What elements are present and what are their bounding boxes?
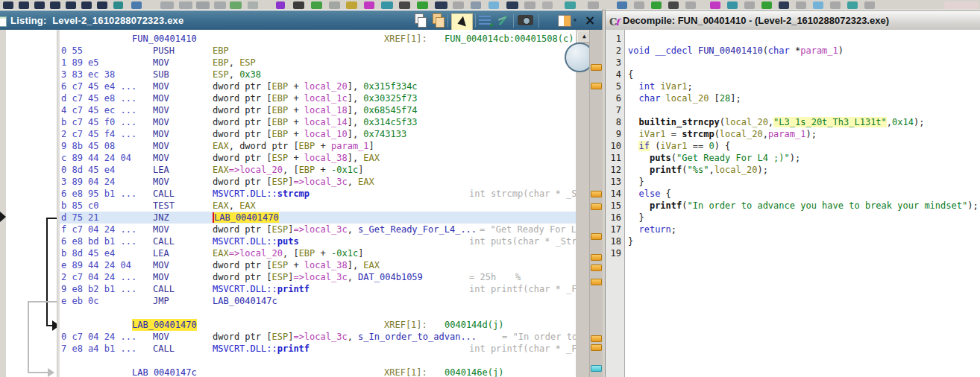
decompile-line[interactable]: void __cdecl FUN_00401410(char *param_1) <box>628 45 844 57</box>
listing-row[interactable]: b 85 c0TESTEAX, EAX <box>60 200 576 212</box>
listing-row[interactable]: 7 e8 a4 b1 ...CALLMSVCRT.DLL::printfint … <box>60 343 576 355</box>
listing-row[interactable]: 2 c7 45 f4 ...MOVdword ptr [EBP + local_… <box>60 128 576 140</box>
edit-fields-icon[interactable]: + <box>479 16 491 26</box>
cursor-location-toggle-icon[interactable] <box>451 13 473 31</box>
toolbar-icon-stub[interactable] <box>34 1 45 9</box>
listing-row[interactable]: 0 c7 04 24 ...MOVdword ptr [ESP]=>local_… <box>60 331 576 343</box>
listing-row[interactable]: e 89 44 24 04MOVdword ptr [ESP + local_3… <box>60 259 576 271</box>
bookmark-marker[interactable] <box>591 254 602 261</box>
toolbar-icon-stub[interactable] <box>19 1 29 9</box>
toolbar-icon-stub[interactable] <box>847 1 858 9</box>
listing-row[interactable]: b c7 45 f0 ...MOVdword ptr [EBP + local_… <box>60 116 576 128</box>
toolbar-icon-stub[interactable] <box>634 1 644 9</box>
bookmark-marker[interactable] <box>591 191 602 197</box>
listing-row[interactable]: 0 55PUSHEBP <box>60 45 576 57</box>
listing-row[interactable]: d 75 21JNZLAB_00401470 <box>60 212 576 224</box>
decompile-line[interactable]: puts("Get Ready For L4 ;)"); <box>628 152 800 164</box>
listing-row[interactable]: f c7 04 24 ...MOVdword ptr [ESP]=>local_… <box>60 224 576 235</box>
decompile-line[interactable]: } <box>628 176 644 188</box>
toolbar-icon-stub[interactable] <box>761 1 772 9</box>
listing-row[interactable]: 3 83 ec 38SUBESP, 0x38 <box>60 69 576 80</box>
listing-row[interactable]: c 89 44 24 04MOVdword ptr [ESP + local_3… <box>60 152 576 164</box>
bookmark-marker[interactable] <box>591 335 602 342</box>
decompile-title-bar[interactable]: Cf Decompile: FUN_00401410 - (Level-2_16… <box>606 10 980 31</box>
listing-row[interactable]: 9 8b 45 08MOVEAX, dword ptr [EBP + param… <box>60 140 576 152</box>
bookmark-marker[interactable] <box>591 279 602 285</box>
toolbar-icon-stub[interactable] <box>196 1 210 9</box>
toolbar-icon-stub[interactable] <box>364 1 374 9</box>
toolbar-icon-stub[interactable] <box>796 1 806 9</box>
listing-label-row[interactable]: FUN_00401410XREF[1]:FUN_004014cb:0040150… <box>60 33 576 45</box>
toolbar-icon-stub[interactable] <box>524 1 535 9</box>
decompile-content[interactable]: void __cdecl FUN_00401410(char *param_1)… <box>625 30 980 377</box>
toolbar-icon-stub[interactable] <box>160 1 174 9</box>
toolbar-icon-stub[interactable] <box>668 1 679 9</box>
decompile-line[interactable]: { <box>628 69 633 80</box>
decompile-line[interactable]: } <box>628 212 644 224</box>
decompile-line[interactable]: char local_20 [28]; <box>628 92 741 104</box>
toolbar-icon-stub[interactable] <box>435 1 447 9</box>
bookmark-marker[interactable] <box>591 233 602 240</box>
toolbar-icon-stub[interactable] <box>381 1 393 9</box>
diff-view-icon[interactable] <box>497 15 509 26</box>
toolbar-icon-stub[interactable] <box>542 1 553 9</box>
listing-row[interactable]: b 8d 45 e4LEAEAX=>local_20, [EBP + -0x1c… <box>60 247 576 259</box>
listing-row[interactable]: 1 89 e5MOVEBP, ESP <box>60 57 576 69</box>
toolbar-icon-stub[interactable] <box>131 1 142 9</box>
toolbar-icon-stub[interactable] <box>617 1 627 9</box>
listing-row[interactable]: d c7 45 e8 ...MOVdword ptr [EBP + local_… <box>60 92 576 104</box>
toolbar-icon-stub[interactable] <box>651 1 662 9</box>
listing-label-row[interactable]: LAB_00401470XREF[1]:0040144d(j) <box>60 319 576 331</box>
decompile-line[interactable]: return; <box>628 224 676 235</box>
listing-row[interactable]: 3 89 04 24MOVdword ptr [ESP]=>local_3c, … <box>60 176 576 188</box>
listing-row[interactable]: 0 8d 45 e4LEAEAX=>local_20, [EBP + -0x1c… <box>60 164 576 176</box>
listing-content[interactable]: FUN_00401410XREF[1]:FUN_004014cb:0040150… <box>60 30 576 377</box>
toolbar-icon-stub[interactable] <box>944 1 979 9</box>
toolbar-icon-stub[interactable] <box>230 1 242 9</box>
bookmark-marker[interactable] <box>591 344 602 351</box>
toolbar-icon-stub[interactable] <box>276 1 285 9</box>
toolbar-icon-stub[interactable] <box>329 1 340 9</box>
listing-row[interactable]: 9 e8 b2 b1 ...CALLMSVCRT.DLL::printfint … <box>60 283 576 295</box>
margin-display-icon[interactable] <box>558 15 571 27</box>
listing-row[interactable]: 4 c7 45 ec ...MOVdword ptr [EBP + local_… <box>60 104 576 116</box>
toolbar-icon-stub[interactable] <box>727 1 738 9</box>
toolbar-icon-stub[interactable] <box>179 1 192 9</box>
toolbar-icon-stub[interactable] <box>293 1 304 9</box>
toolbar-icon-stub[interactable] <box>489 1 499 9</box>
listing-row[interactable]: 6 c7 45 e4 ...MOVdword ptr [EBP + local_… <box>60 80 576 92</box>
toolbar-icon-stub[interactable] <box>864 1 875 9</box>
toolbar-icon-stub[interactable] <box>311 1 322 9</box>
decompile-line[interactable]: if (iVar1 == 0) { <box>628 140 730 152</box>
toolbar-icon-stub[interactable] <box>506 1 518 9</box>
toolbar-icon-stub[interactable] <box>50 1 60 9</box>
listing-row[interactable]: 2 c7 04 24 ...MOVdword ptr [ESP]=>local_… <box>60 271 576 283</box>
decompile-line[interactable]: printf("%s",local_20); <box>628 164 768 176</box>
toolbar-icon-stub[interactable] <box>588 1 599 9</box>
decompile-line[interactable]: int iVar1; <box>628 80 693 92</box>
toolbar-icon-stub[interactable] <box>471 1 481 9</box>
toolbar-icon-stub[interactable] <box>81 1 92 9</box>
decompile-line[interactable]: builtin_strncpy(local_20,"L3_1s_20t_Th3_… <box>628 116 924 128</box>
dropdown-caret-icon[interactable]: ▾ <box>573 16 577 31</box>
decompile-line[interactable]: printf("In order to advance you have to … <box>628 200 979 212</box>
listing-row[interactable]: 6 e8 95 b1 ...CALLMSVCRT.DLL::strcmpint … <box>60 188 576 200</box>
toolbar-icon-stub[interactable] <box>113 1 123 9</box>
toolbar-icon-stub[interactable] <box>830 1 841 9</box>
cursor-marker[interactable] <box>591 365 602 372</box>
toolbar-icon-stub[interactable] <box>710 1 720 9</box>
decompile-line[interactable]: iVar1 = strcmp(local_20,param_1); <box>628 128 817 140</box>
listing-title-bar[interactable]: Listing: Level-2_1610288072323.exe + ▾ × <box>0 10 602 31</box>
listing-label-row[interactable]: LAB_0040147cXREF[1]:0040146e(j) <box>60 367 576 377</box>
toolbar-icon-stub[interactable] <box>214 1 226 9</box>
toolbar-icon-stub[interactable] <box>248 1 258 9</box>
toolbar-icon-stub[interactable] <box>779 1 789 9</box>
listing-row[interactable]: 6 e8 bd b1 ...CALLMSVCRT.DLL::putsint pu… <box>60 235 576 247</box>
bookmark-marker[interactable] <box>591 83 602 89</box>
toolbar-icon-stub[interactable] <box>399 1 410 9</box>
toolbar-icon-stub[interactable] <box>3 1 13 9</box>
toolbar-icon-stub[interactable] <box>417 1 428 9</box>
bookmark-marker[interactable] <box>591 64 602 71</box>
bookmark-marker[interactable] <box>591 264 602 271</box>
close-icon[interactable]: × <box>582 12 597 27</box>
